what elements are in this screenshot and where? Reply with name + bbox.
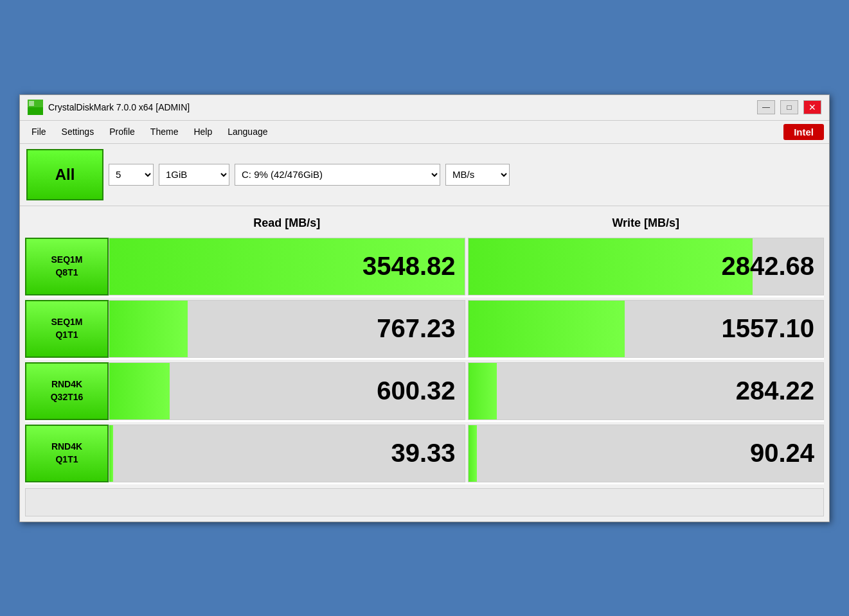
- menu-settings[interactable]: Settings: [55, 124, 101, 139]
- bench-label-line2: Q32T16: [51, 391, 84, 404]
- menu-file[interactable]: File: [25, 124, 53, 139]
- bench-row: SEQ1M Q8T1 3548.82 2842.68: [25, 238, 824, 297]
- read-number-3: 39.33: [391, 439, 464, 468]
- read-value-3: 39.33: [109, 425, 465, 482]
- write-header: Write [MB/s]: [468, 211, 825, 235]
- bench-label-3: RND4K Q1T1: [25, 425, 109, 482]
- bench-label-2: RND4K Q32T16: [25, 362, 109, 420]
- bench-row: RND4K Q32T16 600.32 284.22: [25, 362, 824, 422]
- svg-rect-2: [29, 101, 34, 106]
- unit-select[interactable]: MB/s: [445, 164, 510, 186]
- read-value-1: 767.23: [109, 300, 465, 358]
- bench-label-line2: Q1T1: [55, 329, 78, 342]
- read-value-0: 3548.82: [109, 238, 465, 295]
- close-button[interactable]: ✕: [803, 100, 821, 114]
- bench-label-line2: Q1T1: [55, 453, 78, 466]
- write-number-1: 1557.10: [721, 314, 823, 343]
- window-title: CrystalDiskMark 7.0.0 x64 [ADMIN]: [48, 102, 190, 112]
- bench-row: SEQ1M Q1T1 767.23 1557.10: [25, 300, 824, 360]
- menu-help[interactable]: Help: [187, 124, 219, 139]
- title-bar: CrystalDiskMark 7.0.0 x64 [ADMIN] — □ ✕: [20, 95, 829, 121]
- menu-bar: File Settings Profile Theme Help Languag…: [20, 121, 829, 144]
- svg-rect-1: [28, 107, 43, 115]
- bench-label-0: SEQ1M Q8T1: [25, 238, 109, 295]
- intel-badge: Intel: [783, 124, 824, 140]
- read-value-2: 600.32: [109, 362, 465, 420]
- write-number-3: 90.24: [750, 439, 823, 468]
- main-window: CrystalDiskMark 7.0.0 x64 [ADMIN] — □ ✕ …: [19, 94, 830, 522]
- write-number-2: 284.22: [736, 376, 823, 405]
- write-value-2: 284.22: [468, 362, 825, 420]
- write-value-3: 90.24: [468, 425, 825, 482]
- menu-theme[interactable]: Theme: [144, 124, 185, 139]
- benchmark-rows: SEQ1M Q8T1 3548.82 2842.68 SEQ1M Q1T1 76…: [25, 238, 824, 484]
- bench-row: RND4K Q1T1 39.33 90.24: [25, 425, 824, 484]
- all-button[interactable]: All: [26, 149, 103, 200]
- write-number-0: 2842.68: [721, 252, 823, 281]
- write-value-0: 2842.68: [468, 238, 825, 295]
- maximize-button[interactable]: □: [780, 100, 798, 114]
- column-headers: Read [MB/s] Write [MB/s]: [25, 211, 824, 235]
- menu-language[interactable]: Language: [221, 124, 274, 139]
- app-icon: [28, 100, 43, 115]
- read-number-1: 767.23: [377, 314, 464, 343]
- drive-select[interactable]: C: 9% (42/476GiB): [235, 164, 440, 186]
- read-number-0: 3548.82: [362, 252, 465, 281]
- size-select[interactable]: 1GiB: [159, 164, 229, 186]
- bench-label-line1: RND4K: [51, 378, 82, 391]
- runs-select[interactable]: 5: [109, 164, 154, 186]
- bench-label-line2: Q8T1: [55, 267, 78, 279]
- write-value-1: 1557.10: [468, 300, 825, 358]
- bench-label-line1: SEQ1M: [51, 254, 82, 267]
- toolbar: All 5 1GiB C: 9% (42/476GiB) MB/s: [20, 144, 829, 206]
- bench-label-1: SEQ1M Q1T1: [25, 300, 109, 358]
- content-area: Read [MB/s] Write [MB/s] SEQ1M Q8T1 3548…: [20, 206, 829, 522]
- menu-profile[interactable]: Profile: [103, 124, 141, 139]
- read-header: Read [MB/s]: [109, 211, 465, 235]
- read-number-2: 600.32: [377, 376, 464, 405]
- bench-label-line1: SEQ1M: [51, 316, 82, 329]
- window-controls: — □ ✕: [757, 100, 821, 114]
- bench-label-line1: RND4K: [51, 441, 82, 453]
- status-bar: [25, 488, 824, 516]
- minimize-button[interactable]: —: [757, 100, 775, 114]
